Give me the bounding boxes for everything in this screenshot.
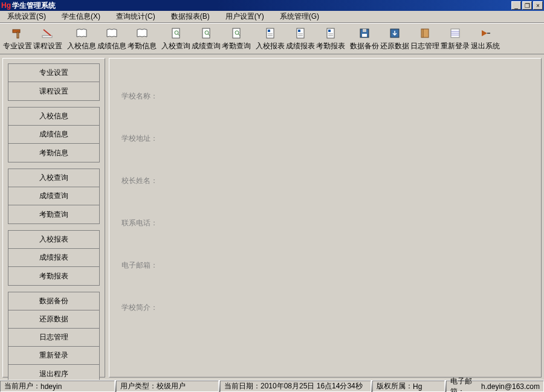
disk-arrow-icon	[387, 27, 402, 40]
label-school-name: 学校名称：	[121, 91, 158, 101]
pencil-icon	[40, 27, 55, 40]
tb-label: 课程设置	[33, 41, 62, 51]
tb-grade-q[interactable]: 成绩查询	[191, 25, 221, 53]
side-group-5: 数据备份 还原数据 日志管理 重新登录 退出程序	[8, 292, 100, 380]
tb-course[interactable]: 课程设置	[33, 25, 63, 53]
label-email: 电子邮箱：	[121, 260, 158, 271]
tb-attend-q[interactable]: 考勤查询	[221, 25, 251, 53]
restore-button[interactable]: ❐	[522, 1, 532, 10]
tb-label: 成绩查询	[192, 41, 221, 51]
side-course[interactable]: 课程设置	[8, 82, 99, 100]
side-group-4: 入校报表 成绩报表 考勤报表	[8, 230, 100, 286]
svg-rect-27	[362, 34, 367, 37]
minimize-button[interactable]: _	[511, 1, 521, 10]
status-copy-value: Hg	[413, 382, 422, 391]
tb-label: 重新登录	[441, 41, 470, 51]
tb-relogin[interactable]: 重新登录	[440, 25, 470, 53]
status-user: 当前用户： hdeyin	[0, 381, 115, 392]
side-log[interactable]: 日志管理	[8, 329, 99, 347]
tb-enroll-q[interactable]: 入校查询	[161, 25, 191, 53]
search-doc-icon	[229, 27, 244, 40]
side-attend-r[interactable]: 考勤报表	[8, 267, 99, 285]
side-backup[interactable]: 数据备份	[8, 292, 99, 310]
tb-grade-r[interactable]: 成绩报表	[285, 25, 316, 53]
titlebar: Hg 学生管理系统 _ ❐ ×	[0, 0, 544, 11]
tb-major[interactable]: 专业设置	[2, 25, 33, 53]
report-icon	[323, 27, 338, 40]
book-icon	[135, 27, 149, 40]
tb-exit[interactable]: 退出系统	[470, 25, 500, 53]
tb-enroll-r[interactable]: 入校报表	[255, 25, 285, 53]
status-copyright: 版权所属： Hg	[372, 381, 445, 392]
window-title: 学生管理系统	[12, 1, 510, 11]
tb-label: 成绩信息	[97, 41, 126, 51]
notebook-icon	[418, 27, 432, 40]
toolbar: 专业设置 课程设置 入校信息 成绩信息 考勤信息 入校查询 成绩查询 考勤查询 …	[0, 23, 544, 54]
close-button[interactable]: ×	[533, 1, 543, 10]
side-attend[interactable]: 考勤信息	[8, 144, 99, 162]
side-enroll[interactable]: 入校信息	[8, 108, 99, 126]
status-date-label: 当前日期：	[224, 381, 261, 391]
svg-rect-26	[363, 29, 366, 32]
tb-enroll[interactable]: 入校信息	[66, 25, 97, 53]
main-panel: 学校名称： 学校地址： 校长姓名： 联系电话： 电子邮箱： 学校简介：	[109, 58, 542, 378]
status-mail-label: 电子邮箱：	[450, 376, 481, 393]
status-type: 用户类型： 校级用户	[116, 381, 219, 392]
side-relogin[interactable]: 重新登录	[8, 347, 99, 365]
tb-restore[interactable]: 还原数据	[380, 25, 410, 53]
tb-attend-r[interactable]: 考勤报表	[316, 25, 346, 53]
svg-rect-29	[421, 29, 429, 37]
side-enroll-r[interactable]: 入校报表	[8, 231, 99, 249]
menu-student[interactable]: 学生信息(X)	[57, 10, 111, 23]
status-email: 电子邮箱： h.deyin@163.com	[446, 381, 544, 392]
statusbar: 当前用户： hdeyin 用户类型： 校级用户 当前日期： 2010年08月25…	[0, 380, 544, 392]
tb-backup[interactable]: 数据备份	[349, 25, 380, 53]
tb-label: 入校报表	[256, 41, 285, 51]
menu-system[interactable]: 系统设置(S)	[2, 10, 57, 23]
side-grade-r[interactable]: 成绩报表	[8, 249, 99, 267]
tb-label: 考勤信息	[128, 41, 157, 51]
report-icon	[263, 27, 277, 40]
hammer-icon	[10, 27, 25, 40]
side-grade-q[interactable]: 成绩查询	[8, 187, 99, 205]
tb-label: 日志管理	[410, 41, 439, 51]
label-intro: 学校简介：	[121, 303, 158, 313]
tb-label: 成绩报表	[286, 41, 315, 51]
app-logo: Hg	[1, 1, 11, 10]
side-enroll-q[interactable]: 入校查询	[8, 169, 99, 187]
disk-icon	[357, 27, 372, 40]
side-group-1: 专业设置 课程设置	[8, 63, 100, 101]
tb-attend[interactable]: 考勤信息	[127, 25, 157, 53]
side-exit[interactable]: 退出程序	[8, 365, 99, 380]
status-copy-label: 版权所属：	[377, 381, 413, 391]
side-grade[interactable]: 成绩信息	[8, 126, 99, 144]
status-user-value: hdeyin	[40, 382, 62, 391]
book-icon	[105, 27, 119, 40]
book-icon	[74, 27, 89, 40]
side-major[interactable]: 专业设置	[8, 64, 99, 82]
status-date-value: 2010年08月25日 16点14分34秒	[261, 381, 363, 391]
body: 专业设置 课程设置 入校信息 成绩信息 考勤信息 入校查询 成绩查询 考勤查询 …	[0, 54, 544, 380]
side-group-3: 入校查询 成绩查询 考勤查询	[8, 169, 100, 224]
menu-query[interactable]: 查询统计(C)	[111, 10, 166, 23]
status-type-label: 用户类型：	[120, 381, 157, 391]
menu-user[interactable]: 用户设置(Y)	[221, 10, 275, 23]
search-doc-icon	[169, 27, 183, 40]
menubar: 系统设置(S) 学生信息(X) 查询统计(C) 数据报表(B) 用户设置(Y) …	[0, 11, 544, 23]
side-restore[interactable]: 还原数据	[8, 310, 99, 329]
side-attend-q[interactable]: 考勤查询	[8, 205, 99, 223]
tb-label: 考勤查询	[222, 41, 251, 51]
exit-icon	[478, 27, 493, 40]
side-panel: 专业设置 课程设置 入校信息 成绩信息 考勤信息 入校查询 成绩查询 考勤查询 …	[2, 58, 105, 378]
tb-label: 考勤报表	[316, 41, 345, 51]
report-icon	[293, 27, 308, 40]
tb-label: 数据备份	[350, 41, 379, 51]
svg-rect-18	[298, 30, 300, 32]
menu-report[interactable]: 数据报表(B)	[166, 10, 221, 23]
tb-label: 还原数据	[380, 41, 409, 51]
tb-grade[interactable]: 成绩信息	[97, 25, 127, 53]
search-doc-icon	[199, 27, 213, 40]
status-type-value: 校级用户	[157, 381, 186, 391]
tb-log[interactable]: 日志管理	[410, 25, 440, 53]
menu-admin[interactable]: 系统管理(G)	[275, 10, 330, 23]
